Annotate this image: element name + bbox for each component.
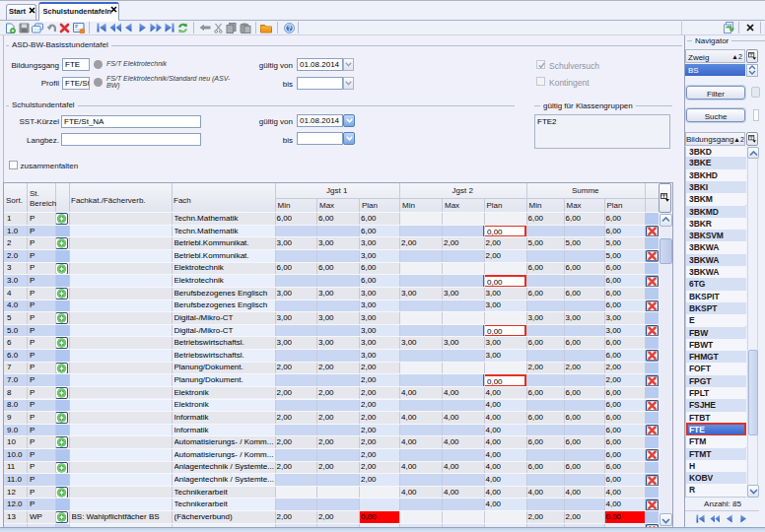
svg-text:?: ? [287,25,291,32]
